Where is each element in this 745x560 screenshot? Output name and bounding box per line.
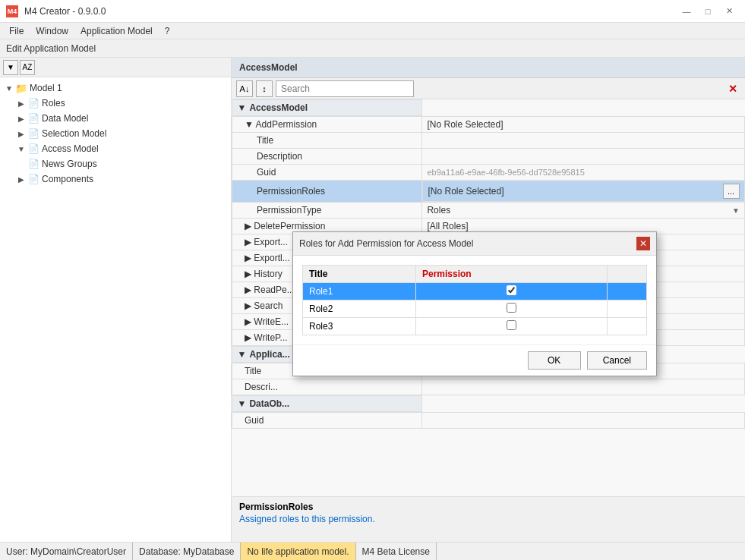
role1-empty: [607, 283, 646, 300]
role3-checkbox-cell[interactable]: [415, 318, 607, 335]
prop-row-permissionroles[interactable]: PermissionRoles [No Role Selected] ...: [232, 181, 745, 203]
role1-title: Role1: [303, 283, 416, 300]
prop-row-permissiontype[interactable]: PermissionType Roles ▼: [232, 203, 745, 219]
toolbar-btn-2[interactable]: AZ: [20, 60, 35, 75]
status-license: M4 Beta License: [356, 543, 437, 560]
icon-newsgroups: 📄: [27, 158, 39, 170]
left-panel: ▼ AZ ▼ 📁 Model 1 ▶ 📄 Roles ▶ 📄 Data Mode…: [0, 58, 232, 542]
expander-exportl[interactable]: ▶: [245, 253, 251, 263]
menu-help[interactable]: ?: [159, 24, 176, 38]
expander-datamodel[interactable]: ▶: [15, 112, 27, 124]
expander-export[interactable]: ▶: [245, 237, 251, 247]
toolbar-btn-1[interactable]: ▼: [3, 60, 18, 75]
role2-empty: [607, 300, 646, 318]
section-expander-dataobject: ▼: [238, 398, 247, 409]
icon-accessmodel: 📄: [27, 143, 39, 155]
table-row-role2[interactable]: Role2: [303, 300, 647, 318]
section-expander-accessmodel: ▼: [238, 102, 247, 113]
prop-row-title[interactable]: Title: [232, 133, 745, 149]
role3-title: Role3: [303, 318, 416, 335]
role1-checkbox-cell[interactable]: [415, 283, 607, 300]
table-row-role1[interactable]: Role1: [303, 283, 647, 300]
table-row-role3[interactable]: Role3: [303, 318, 647, 335]
tree-item-datamodel[interactable]: ▶ 📄 Data Model: [0, 111, 231, 126]
section-label-accessmodel: AccessModel: [249, 102, 308, 113]
tree-item-components[interactable]: ▶ 📄 Components: [0, 171, 231, 187]
icon-roles: 📄: [27, 97, 39, 109]
expander-deletepermission[interactable]: ▶: [245, 221, 251, 231]
cancel-button[interactable]: Cancel: [587, 351, 647, 370]
col-header-permission: Permission: [415, 266, 607, 283]
expander-model1[interactable]: ▼: [3, 82, 15, 94]
close-button[interactable]: ✕: [719, 4, 739, 19]
expander-search[interactable]: ▶: [245, 300, 251, 311]
role2-checkbox-cell[interactable]: [415, 300, 607, 318]
app-title: M4 Creator - 0.9.0.0: [24, 6, 106, 17]
prop-row-guid[interactable]: Guid eb9a11a6-e9ae-46fb-9e56-dd7528e9581…: [232, 165, 745, 181]
maximize-button[interactable]: □: [698, 4, 718, 19]
dialog-close-button[interactable]: ✕: [636, 237, 650, 250]
prop-row-dataobj-guid[interactable]: Guid: [232, 413, 745, 429]
dialog-body: Title Permission Role1 Role2: [293, 256, 656, 344]
menu-file[interactable]: File: [3, 24, 30, 38]
tree-item-model1[interactable]: ▼ 📁 Model 1: [0, 80, 231, 96]
expander-writee[interactable]: ▶: [245, 316, 251, 327]
sort-za-button[interactable]: ↕: [256, 80, 273, 97]
icon-components: 📄: [27, 173, 39, 185]
sort-az-button[interactable]: A↓: [236, 80, 253, 97]
status-user: User: MyDomain\CreatorUser: [0, 543, 133, 560]
menu-appmodel[interactable]: Application Model: [74, 24, 159, 38]
folder-icon-model1: 📁: [15, 82, 27, 94]
prop-row-description[interactable]: Description: [232, 149, 745, 165]
expander-addpermission[interactable]: ▼: [245, 119, 254, 130]
expander-writep[interactable]: ▶: [245, 332, 251, 343]
role2-checkbox[interactable]: [507, 303, 516, 313]
search-input[interactable]: [276, 80, 414, 97]
icon-selectionmodel: 📄: [27, 127, 39, 140]
prop-row-app-description[interactable]: Descri...: [232, 379, 745, 395]
role3-checkbox[interactable]: [507, 320, 516, 330]
expander-selectionmodel[interactable]: ▶: [15, 127, 27, 140]
dialog-titlebar: Roles for Add Permission for Access Mode…: [293, 232, 656, 256]
status-database: Database: MyDatabase: [133, 543, 241, 560]
permissiontype-value: Roles: [427, 205, 450, 216]
expander-readpe[interactable]: ▶: [245, 285, 251, 295]
tree-label-datamodel: Data Model: [42, 113, 88, 124]
minimize-button[interactable]: —: [677, 4, 696, 19]
expander-roles[interactable]: ▶: [15, 97, 27, 109]
section-label-application: Applica...: [249, 349, 289, 360]
prop-row-addpermission[interactable]: ▼ AddPermission [No Role Selected]: [232, 117, 745, 133]
ok-button[interactable]: OK: [528, 351, 581, 370]
roles-table: Title Permission Role1 Role2: [302, 265, 647, 335]
tree-item-accessmodel[interactable]: ▼ 📄 Access Model: [0, 141, 231, 156]
edit-bar-title: Edit Application Model: [6, 43, 96, 54]
menu-window[interactable]: Window: [30, 24, 74, 38]
expander-components[interactable]: ▶: [15, 173, 27, 185]
left-toolbar: ▼ AZ: [0, 58, 231, 77]
section-dataobject[interactable]: ▼ DataOb...: [232, 395, 745, 413]
tree-item-newsgroups[interactable]: 📄 News Groups: [0, 156, 231, 171]
tree-label-selectionmodel: Selection Model: [42, 128, 106, 139]
status-lifemodel: No life application model.: [241, 543, 355, 560]
section-label-dataobject: DataOb...: [249, 398, 289, 409]
info-title: PermissionRoles: [239, 502, 737, 512]
panel-toolbar: A↓ ↕ ✕: [232, 78, 745, 99]
tree-item-selectionmodel[interactable]: ▶ 📄 Selection Model: [0, 126, 231, 141]
permissionroles-button[interactable]: ...: [723, 184, 740, 199]
info-description: Assigned roles to this permission.: [239, 514, 737, 524]
title-bar: M4 M4 Creator - 0.9.0.0 — □ ✕: [0, 0, 745, 23]
section-accessmodel[interactable]: ▼ AccessModel: [232, 99, 745, 117]
tree-item-roles[interactable]: ▶ 📄 Roles: [0, 96, 231, 111]
tree-label-roles: Roles: [42, 98, 65, 109]
col-header-title: Title: [303, 266, 416, 283]
role1-checkbox[interactable]: [507, 285, 516, 295]
dialog-footer: OK Cancel: [293, 344, 656, 376]
info-panel: PermissionRoles Assigned roles to this p…: [232, 496, 745, 542]
expander-history[interactable]: ▶: [245, 269, 251, 279]
expander-accessmodel[interactable]: ▼: [15, 143, 27, 155]
permissiontype-dropdown[interactable]: Roles ▼: [427, 205, 740, 216]
status-bar: User: MyDomain\CreatorUser Database: MyD…: [0, 542, 745, 560]
clear-search-button[interactable]: ✕: [728, 83, 737, 95]
menu-bar: File Window Application Model ?: [0, 23, 745, 39]
app-logo: M4: [6, 5, 18, 17]
